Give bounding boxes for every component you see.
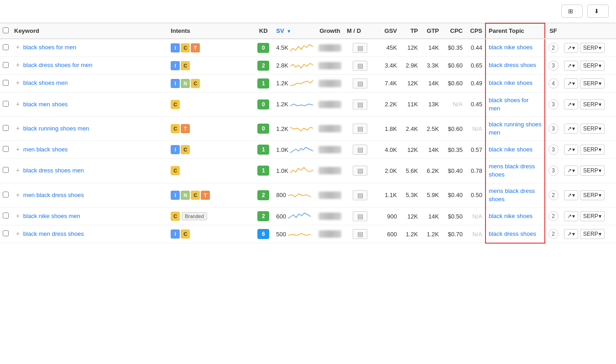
- growth-header[interactable]: Growth: [316, 23, 344, 39]
- keyword-link[interactable]: black nike shoes men: [23, 213, 80, 219]
- cps-header[interactable]: CPS: [465, 23, 485, 39]
- serp-button[interactable]: SERP ▾: [580, 229, 605, 239]
- serp-button[interactable]: SERP ▾: [580, 211, 605, 221]
- expand-button[interactable]: +: [14, 79, 21, 86]
- serp-button[interactable]: SERP ▾: [580, 43, 605, 53]
- parent-topic-link[interactable]: black nike shoes: [489, 79, 532, 86]
- keyword-link[interactable]: black men dress shoes: [23, 230, 84, 237]
- row-checkbox-cell[interactable]: [0, 92, 11, 116]
- keyword-link[interactable]: black shoes for men: [23, 44, 76, 51]
- row-checkbox-cell[interactable]: [0, 208, 11, 225]
- serp-button[interactable]: SERP ▾: [580, 166, 605, 176]
- trend-button[interactable]: ↗ ▾: [564, 124, 578, 134]
- keyword-link[interactable]: black shoes men: [23, 79, 68, 86]
- keyword-link[interactable]: black men shoes: [23, 101, 68, 108]
- snapshot-icon[interactable]: ▤: [353, 124, 367, 134]
- select-all-header[interactable]: [0, 23, 11, 39]
- keyword-link[interactable]: men black shoes: [23, 146, 68, 153]
- cpc-header[interactable]: CPC: [442, 23, 465, 39]
- row-checkbox-cell[interactable]: [0, 141, 11, 159]
- kd-cell: 2: [253, 208, 273, 225]
- trend-button[interactable]: ↗ ▾: [564, 145, 578, 155]
- parent-topic-link[interactable]: black running shoes men: [489, 121, 542, 136]
- snapshot-icon[interactable]: ▤: [353, 43, 367, 53]
- table-row: + black men dress shoes IC 6 500 ▤ 600 1…: [0, 225, 616, 243]
- row-checkbox[interactable]: [3, 230, 9, 236]
- row-checkbox-cell[interactable]: [0, 57, 11, 74]
- trend-button[interactable]: ↗ ▾: [564, 61, 578, 71]
- snapshot-icon[interactable]: ▤: [353, 78, 367, 88]
- expand-button[interactable]: +: [14, 43, 21, 51]
- trend-button[interactable]: ↗ ▾: [564, 99, 578, 109]
- trend-button[interactable]: ↗ ▾: [564, 43, 578, 53]
- trend-button[interactable]: ↗ ▾: [564, 78, 578, 88]
- serp-button[interactable]: SERP ▾: [580, 124, 605, 134]
- columns-button[interactable]: ⊞: [561, 5, 583, 18]
- trend-button[interactable]: ↗ ▾: [564, 166, 578, 176]
- parent-topic-link[interactable]: black shoes for men: [489, 97, 528, 112]
- row-checkbox[interactable]: [3, 213, 9, 218]
- sf-cell: 2: [545, 208, 561, 225]
- expand-button[interactable]: +: [14, 61, 21, 68]
- row-checkbox[interactable]: [3, 125, 9, 131]
- gtp-header[interactable]: GTP: [421, 23, 442, 39]
- serp-button[interactable]: SERP ▾: [580, 61, 605, 71]
- row-checkbox[interactable]: [3, 80, 9, 86]
- serp-button[interactable]: SERP ▾: [580, 99, 605, 109]
- keyword-link[interactable]: black running shoes men: [23, 125, 89, 132]
- expand-button[interactable]: +: [14, 191, 21, 198]
- row-checkbox[interactable]: [3, 146, 9, 152]
- row-checkbox[interactable]: [3, 192, 9, 198]
- row-checkbox[interactable]: [3, 62, 9, 68]
- parent-topic-link[interactable]: black nike shoes: [489, 146, 532, 153]
- growth-cell: [316, 141, 344, 159]
- expand-button[interactable]: +: [14, 125, 21, 132]
- trend-button[interactable]: ↗ ▾: [564, 190, 578, 200]
- row-checkbox[interactable]: [3, 44, 9, 50]
- gsv-header[interactable]: GSV: [376, 23, 400, 39]
- serp-button[interactable]: SERP ▾: [580, 190, 605, 200]
- row-checkbox[interactable]: [3, 167, 9, 173]
- serp-button[interactable]: SERP ▾: [580, 145, 605, 155]
- select-all-checkbox[interactable]: [3, 27, 9, 33]
- parent-topic-link[interactable]: black dress shoes: [489, 230, 536, 237]
- trend-button[interactable]: ↗ ▾: [564, 229, 578, 239]
- expand-button[interactable]: +: [14, 212, 21, 219]
- serp-button[interactable]: SERP ▾: [580, 78, 605, 88]
- row-checkbox[interactable]: [3, 101, 9, 107]
- row-checkbox-cell[interactable]: [0, 39, 11, 57]
- keyword-link[interactable]: black dress shoes men: [23, 167, 84, 174]
- row-checkbox-cell[interactable]: [0, 225, 11, 243]
- row-checkbox-cell[interactable]: [0, 183, 11, 207]
- row-checkbox-cell[interactable]: [0, 116, 11, 140]
- snapshot-icon[interactable]: ▤: [353, 211, 367, 221]
- table-row: + men black dress shoes INCT 2 800 ▤ 1.1…: [0, 183, 616, 207]
- snapshot-icon[interactable]: ▤: [353, 145, 367, 155]
- trend-button[interactable]: ↗ ▾: [564, 211, 578, 221]
- sv-header[interactable]: SV ▼: [273, 23, 316, 39]
- md-cell: ▤: [344, 183, 376, 207]
- expand-button[interactable]: +: [14, 166, 21, 174]
- expand-button[interactable]: +: [14, 100, 21, 108]
- tp-header[interactable]: TP: [400, 23, 421, 39]
- export-button[interactable]: ⬇: [587, 5, 609, 18]
- parent-topic-link[interactable]: black dress shoes: [489, 62, 536, 68]
- row-checkbox-cell[interactable]: [0, 159, 11, 183]
- parent-topic-link[interactable]: black nike shoes: [489, 44, 532, 51]
- sf-cell: 2: [545, 39, 561, 57]
- keyword-link[interactable]: black dress shoes for men: [23, 62, 93, 68]
- parent-topic-link[interactable]: mens black dress shoes: [489, 187, 535, 203]
- snapshot-icon[interactable]: ▤: [353, 61, 367, 71]
- kd-header[interactable]: KD: [253, 23, 273, 39]
- parent-topic-link[interactable]: black nike shoes: [489, 213, 532, 219]
- snapshot-icon[interactable]: ▤: [353, 166, 367, 176]
- expand-button[interactable]: +: [14, 146, 21, 153]
- snapshot-icon[interactable]: ▤: [353, 190, 367, 200]
- expand-button[interactable]: +: [14, 230, 21, 237]
- row-checkbox-cell[interactable]: [0, 74, 11, 92]
- snapshot-icon[interactable]: ▤: [353, 229, 367, 239]
- keyword-link[interactable]: men black dress shoes: [23, 192, 84, 198]
- md-cell: ▤: [344, 57, 376, 74]
- parent-topic-link[interactable]: mens black dress shoes: [489, 163, 535, 178]
- snapshot-icon[interactable]: ▤: [353, 99, 367, 109]
